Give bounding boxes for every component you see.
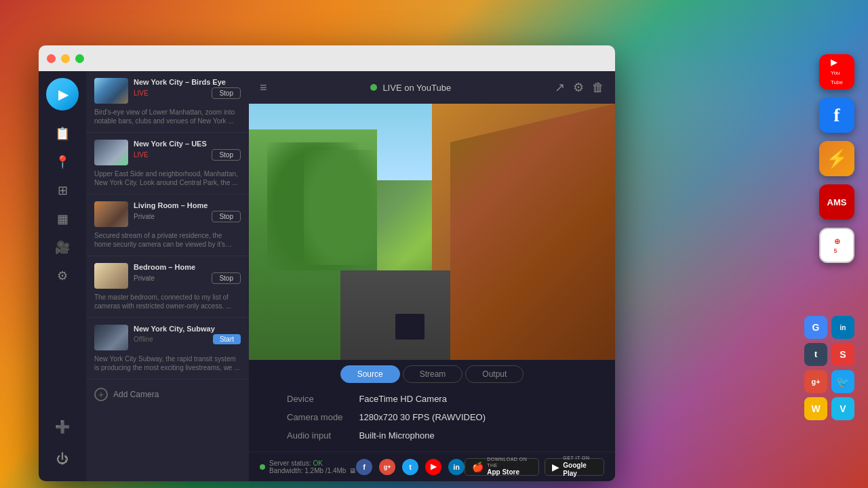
social-facebook[interactable]: f xyxy=(356,459,372,475)
camera-thumbnail xyxy=(94,325,128,350)
close-button[interactable] xyxy=(47,54,56,63)
tumblr-icon[interactable]: t xyxy=(804,343,827,366)
twitter-icon[interactable]: 🐦 xyxy=(831,370,854,393)
right-sidebar: ▶YouTube f ⚡ AMS ⊕5 xyxy=(819,54,854,263)
camera-description: New York City Subway, the rapid transit … xyxy=(94,354,241,372)
app-store-main: App Store xyxy=(487,468,532,476)
menu-button[interactable]: ≡ xyxy=(260,81,267,95)
video-preview xyxy=(249,104,615,360)
minimize-button[interactable] xyxy=(61,54,70,63)
camera-item[interactable]: New York City – UES LIVE Stop Upper East… xyxy=(86,133,249,195)
stumble-icon[interactable]: S xyxy=(831,343,854,366)
delete-button[interactable]: 🗑 xyxy=(592,81,604,95)
app-window: ▶ 📋 📍 ⊞ ▦ 🎥 ⚙ ➕ xyxy=(39,45,615,481)
settings-button[interactable]: ⚙ xyxy=(573,80,584,95)
camera-status: LIVE xyxy=(134,89,149,97)
share-button[interactable]: ↗ xyxy=(555,80,565,95)
video-area xyxy=(249,104,615,360)
camera-action-button[interactable]: Stop xyxy=(212,272,241,284)
app-store-badge[interactable]: 🍎 Download on the App Store xyxy=(465,458,539,476)
device-label: Device xyxy=(287,394,342,404)
camera-action-button[interactable]: Start xyxy=(213,334,241,344)
sidebar-icon-book[interactable]: 📋 xyxy=(50,121,75,146)
sidebar-icon-power[interactable]: ⏻ xyxy=(50,447,75,471)
camera-description: Upper East Side and neighborhood, Manhat… xyxy=(94,169,241,187)
gplus-icon[interactable]: g+ xyxy=(804,370,827,393)
server-status-label: Server status: xyxy=(269,460,311,467)
camera-item[interactable]: Living Room – Home Private Stop Secured … xyxy=(86,195,249,256)
tab-stream[interactable]: Stream xyxy=(403,365,463,383)
tab-output[interactable]: Output xyxy=(465,365,524,383)
bandwidth-text: Bandwidth: 1.2Mb /1.4Mb 🖥 xyxy=(269,467,356,474)
add-camera-label: Add Camera xyxy=(113,390,159,399)
camera-name: New York City – UES xyxy=(134,140,241,148)
camera-action-button[interactable]: Stop xyxy=(212,87,241,99)
camera-thumbnail xyxy=(94,78,128,104)
camera-description: Bird's-eye view of Lower Manhattan, zoom… xyxy=(94,108,241,125)
info-grid: Device FaceTime HD Camera Camera mode 12… xyxy=(260,394,604,451)
title-bar xyxy=(39,45,615,71)
server-status-dot xyxy=(260,464,265,470)
audio-input-label: Audio input xyxy=(287,430,342,441)
social-linkedin[interactable]: in xyxy=(448,459,465,475)
lightning-icon[interactable]: ⚡ xyxy=(819,141,854,176)
camera-action-button[interactable]: Stop xyxy=(212,149,241,161)
camera-status: Private xyxy=(134,274,155,282)
app-logo[interactable]: ▶ xyxy=(46,78,79,110)
facebook-icon[interactable]: f xyxy=(819,98,854,133)
book-icon: 📋 xyxy=(55,126,70,141)
camera-description: Secured stream of a private residence, t… xyxy=(94,231,241,249)
maximize-button[interactable] xyxy=(75,54,84,63)
camera-item[interactable]: Bedroom – Home Private Stop The master b… xyxy=(86,256,249,318)
vimeo-icon[interactable]: V xyxy=(831,397,854,420)
ams-icon[interactable]: AMS xyxy=(819,184,854,220)
add-camera-button[interactable]: + Add Camera xyxy=(86,380,249,409)
play-store-sub: GET IT ON xyxy=(563,455,597,461)
tab-source[interactable]: Source xyxy=(340,365,400,383)
bottom-panel: Source Stream Output Device FaceTime HD … xyxy=(249,360,615,451)
sidebar-icon-grid[interactable]: ⊞ xyxy=(50,178,75,203)
sidebar-icon-location[interactable]: 📍 xyxy=(50,150,75,174)
play-store-text: GET IT ON Google Play xyxy=(563,455,597,477)
wordpress-icon[interactable]: W xyxy=(804,397,827,420)
social-twitter[interactable]: t xyxy=(402,459,418,475)
camera-action-button[interactable]: Stop xyxy=(212,211,241,222)
top-bar: ≡ LIVE on YouTube ↗ ⚙ 🗑 xyxy=(249,71,615,104)
linkedin-icon[interactable]: in xyxy=(831,316,854,339)
camera-item[interactable]: New York City, Subway Offline Start New … xyxy=(86,318,249,380)
camera-name: Bedroom – Home xyxy=(134,263,241,271)
camera-mode-value: 868x488 30 FPS (RAWVIDEO) xyxy=(359,412,577,422)
camera-list: New York City – Birds Eye LIVE Stop Bird… xyxy=(86,71,249,481)
youtube-icon[interactable]: ▶YouTube xyxy=(819,54,854,89)
camera-status: LIVE xyxy=(134,151,149,159)
tab-row: Source Stream Output xyxy=(260,365,604,383)
icon-sidebar: ▶ 📋 📍 ⊞ ▦ 🎥 ⚙ ➕ xyxy=(39,71,86,481)
sidebar-icon-settings[interactable]: ⚙ xyxy=(50,264,75,288)
camera-item[interactable]: New York City – Birds Eye LIVE Stop Bird… xyxy=(86,71,249,133)
camera-status: Private xyxy=(134,213,155,220)
camera-mode-label: Camera mode xyxy=(287,412,342,422)
sidebar-icon-plus[interactable]: ➕ xyxy=(50,415,75,439)
bandwidth-label: Bandwidth: xyxy=(269,467,302,474)
device-value: FaceTime HD Camera xyxy=(359,394,577,404)
app-store-text: Download on the App Store xyxy=(487,457,532,476)
right-cluster: G in t S g+ 🐦 W V xyxy=(804,316,854,420)
window-controls xyxy=(47,54,84,63)
social-youtube[interactable]: ▶ xyxy=(425,459,441,475)
sidebar-icon-apps[interactable]: ▦ xyxy=(50,207,75,231)
google-icon[interactable]: G xyxy=(804,316,827,339)
play-store-badge[interactable]: ▶ GET IT ON Google Play xyxy=(545,458,604,476)
server-status: Server status: OK Bandwidth: 1.2Mb /1.4M… xyxy=(260,460,356,474)
app-store-sub: Download on the xyxy=(487,457,532,468)
camera-status: Offline xyxy=(134,336,153,343)
bandwidth-icon: 🖥 xyxy=(349,467,356,474)
camera-thumbnail xyxy=(94,263,128,289)
camera-name: Living Room – Home xyxy=(134,201,241,209)
sidebar-icon-video[interactable]: 🎥 xyxy=(50,235,75,260)
social-google[interactable]: g+ xyxy=(379,459,395,475)
footer: Server status: OK Bandwidth: 1.2Mb /1.4M… xyxy=(249,451,615,481)
play-icon: ▶ xyxy=(58,86,68,102)
camera-thumbnail xyxy=(94,140,128,165)
live-indicator: LIVE on YouTube xyxy=(278,83,544,93)
s5-icon[interactable]: ⊕5 xyxy=(819,228,854,263)
